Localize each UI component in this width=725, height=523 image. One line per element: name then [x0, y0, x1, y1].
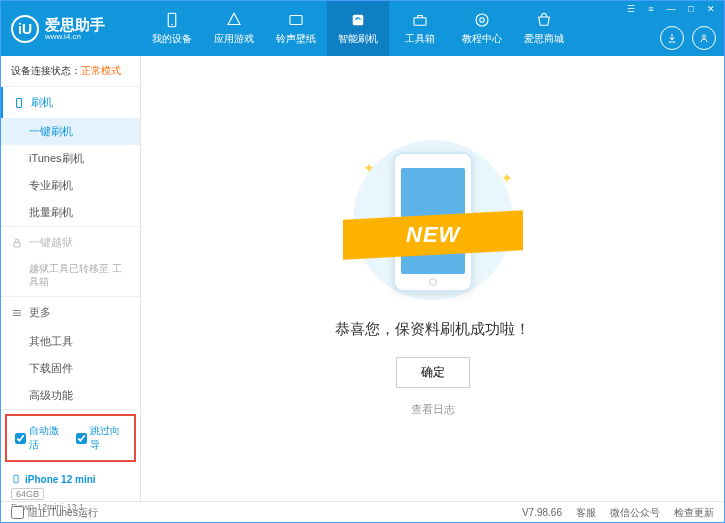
success-message: 恭喜您，保资料刷机成功啦！: [335, 320, 530, 339]
skin-button[interactable]: ☰: [624, 3, 638, 15]
svg-rect-10: [14, 475, 18, 483]
app-name: 爱思助手: [45, 17, 105, 32]
block-itunes-option[interactable]: 阻止iTunes运行: [11, 506, 98, 520]
lock-icon: [11, 237, 23, 249]
tab-label: 铃声壁纸: [276, 32, 316, 46]
flash-icon: [349, 11, 367, 29]
app-header: iU 爱思助手 www.i4.cn 我的设备 应用游戏 铃声壁纸 智能刷机 工具…: [1, 1, 724, 56]
sidebar-section-jailbreak: 一键越狱: [1, 227, 140, 258]
option-label: 自动激活: [29, 424, 66, 452]
option-label: 跳过向导: [90, 424, 127, 452]
confirm-button[interactable]: 确定: [396, 357, 470, 388]
svg-point-1: [171, 24, 173, 26]
section-title: 更多: [29, 305, 51, 320]
svg-point-7: [703, 35, 706, 38]
device-storage: 64GB: [11, 488, 44, 500]
sidebar-item-advanced[interactable]: 高级功能: [1, 382, 140, 409]
option-auto-activate[interactable]: 自动激活: [15, 424, 66, 452]
tab-my-device[interactable]: 我的设备: [141, 1, 203, 56]
status-label: 设备连接状态：: [11, 65, 81, 76]
device-small-icon: [11, 472, 21, 486]
phone-icon: [13, 97, 25, 109]
toolbox-icon: [411, 11, 429, 29]
tab-toolbox[interactable]: 工具箱: [389, 1, 451, 56]
block-itunes-checkbox[interactable]: [11, 506, 24, 519]
section-title: 刷机: [31, 95, 53, 110]
download-button[interactable]: [660, 26, 684, 50]
app-url: www.i4.cn: [45, 32, 105, 41]
store-icon: [535, 11, 553, 29]
device-name: iPhone 12 mini: [25, 474, 96, 485]
header-right-buttons: [660, 26, 716, 50]
sidebar-item-oneclick-flash[interactable]: 一键刷机: [1, 118, 140, 145]
sidebar: 设备连接状态：正常模式 刷机 一键刷机 iTunes刷机 专业刷机 批量刷机 一…: [1, 56, 141, 501]
sidebar-item-other-tools[interactable]: 其他工具: [1, 328, 140, 355]
tab-label: 爱思商城: [524, 32, 564, 46]
logo-icon: iU: [11, 15, 39, 43]
tab-flash[interactable]: 智能刷机: [327, 1, 389, 56]
sidebar-section-flash[interactable]: 刷机: [1, 87, 140, 118]
sidebar-item-itunes-flash[interactable]: iTunes刷机: [1, 145, 140, 172]
user-icon: [698, 32, 710, 44]
success-illustration: ✦ ✦ ✦ NEW: [333, 140, 533, 300]
download-icon: [666, 32, 678, 44]
view-log-link[interactable]: 查看日志: [411, 402, 455, 417]
tab-apps[interactable]: 应用游戏: [203, 1, 265, 56]
update-link[interactable]: 检查更新: [674, 506, 714, 520]
svg-rect-2: [290, 16, 302, 25]
svg-point-6: [480, 18, 485, 23]
device-name-row[interactable]: iPhone 12 mini: [11, 472, 130, 486]
apps-icon: [225, 11, 243, 29]
device-icon: [163, 11, 181, 29]
tab-label: 我的设备: [152, 32, 192, 46]
sidebar-item-batch-flash[interactable]: 批量刷机: [1, 199, 140, 226]
logo-area: iU 爱思助手 www.i4.cn: [1, 15, 141, 43]
wechat-link[interactable]: 微信公众号: [610, 506, 660, 520]
status-value: 正常模式: [81, 65, 121, 76]
option-skip-guide[interactable]: 跳过向导: [76, 424, 127, 452]
svg-rect-8: [17, 98, 22, 107]
tab-label: 应用游戏: [214, 32, 254, 46]
skip-guide-checkbox[interactable]: [76, 433, 87, 444]
user-button[interactable]: [692, 26, 716, 50]
connection-status: 设备连接状态：正常模式: [1, 56, 140, 87]
main-content: ✦ ✦ ✦ NEW 恭喜您，保资料刷机成功啦！ 确定 查看日志: [141, 56, 724, 501]
tab-ringtone[interactable]: 铃声壁纸: [265, 1, 327, 56]
block-itunes-label: 阻止iTunes运行: [28, 506, 98, 520]
sidebar-item-pro-flash[interactable]: 专业刷机: [1, 172, 140, 199]
tab-label: 工具箱: [405, 32, 435, 46]
tab-tutorial[interactable]: 教程中心: [451, 1, 513, 56]
window-controls: ☰ ≡ — □ ✕: [624, 3, 718, 15]
sidebar-item-download-firmware[interactable]: 下载固件: [1, 355, 140, 382]
maximize-button[interactable]: □: [684, 3, 698, 15]
svg-rect-9: [14, 242, 20, 247]
jailbreak-note: 越狱工具已转移至 工具箱: [1, 258, 140, 296]
ribbon-text: NEW: [405, 222, 459, 248]
minimize-button[interactable]: —: [664, 3, 678, 15]
tab-label: 教程中心: [462, 32, 502, 46]
menu-button[interactable]: ≡: [644, 3, 658, 15]
version-label: V7.98.66: [522, 507, 562, 518]
flash-options: 自动激活 跳过向导: [5, 414, 136, 462]
nav-tabs: 我的设备 应用游戏 铃声壁纸 智能刷机 工具箱 教程中心 爱思商城: [141, 1, 575, 56]
list-icon: [11, 307, 23, 319]
tab-store[interactable]: 爱思商城: [513, 1, 575, 56]
media-icon: [287, 11, 305, 29]
sidebar-section-more[interactable]: 更多: [1, 297, 140, 328]
service-link[interactable]: 客服: [576, 506, 596, 520]
tab-label: 智能刷机: [338, 32, 378, 46]
svg-rect-3: [353, 15, 364, 26]
svg-rect-4: [414, 18, 426, 26]
tutorial-icon: [473, 11, 491, 29]
section-title: 一键越狱: [29, 235, 73, 250]
close-button[interactable]: ✕: [704, 3, 718, 15]
svg-point-5: [476, 14, 488, 26]
auto-activate-checkbox[interactable]: [15, 433, 26, 444]
